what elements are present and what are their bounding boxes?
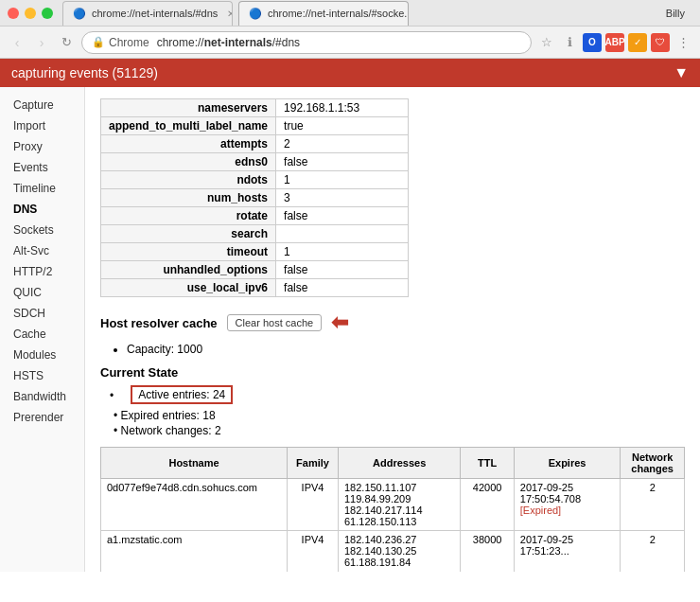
- setting-value: 192.168.1.1:53: [276, 99, 409, 117]
- address-url: chrome://net-internals/#dns: [157, 36, 300, 49]
- cell-expires: 2017-09-2517:51:23...: [514, 531, 621, 573]
- host-resolver-title: Host resolver cache: [100, 316, 218, 330]
- sidebar-item-hsts[interactable]: HSTS: [0, 365, 84, 386]
- tab-sockets[interactable]: 🔵 chrome://net-internals/#socke... ✕: [238, 1, 409, 26]
- clear-host-cache-button[interactable]: Clear host cache: [227, 314, 323, 331]
- cell-family: IPV4: [288, 479, 339, 531]
- close-button[interactable]: [8, 8, 19, 19]
- setting-value: 1: [276, 171, 409, 189]
- extension-icon2[interactable]: ABP: [605, 33, 624, 52]
- maximize-button[interactable]: [42, 8, 53, 19]
- col-addresses: Addresses: [338, 448, 461, 479]
- info-icon[interactable]: ℹ: [560, 33, 579, 52]
- sidebar-item-capture[interactable]: Capture: [0, 95, 84, 115]
- current-state-title: Current State: [100, 365, 685, 380]
- cell-hostname: 0d077ef9e74d8.cdn.sohucs.com: [101, 479, 288, 531]
- address-site-label: Chrome: [109, 36, 149, 49]
- back-button[interactable]: ‹: [8, 33, 26, 52]
- extension-icon4[interactable]: 🛡: [651, 33, 670, 52]
- col-family: Family: [288, 448, 339, 479]
- extension-icon3[interactable]: ✓: [628, 33, 647, 52]
- menu-icon[interactable]: ⋮: [674, 33, 692, 52]
- sidebar-item-modules[interactable]: Modules: [0, 345, 84, 365]
- sidebar-item-bandwidth[interactable]: Bandwidth: [0, 386, 84, 407]
- banner-arrow[interactable]: ▼: [674, 64, 689, 81]
- setting-key: attempts: [101, 135, 276, 153]
- setting-key: unhandled_options: [101, 261, 276, 279]
- setting-value: [276, 225, 409, 243]
- setting-value: false: [276, 279, 409, 297]
- address-field[interactable]: 🔒 Chrome chrome://net-internals/#dns: [81, 31, 532, 54]
- cell-addresses: 182.150.11.107119.84.99.209182.140.217.1…: [338, 479, 461, 531]
- cell-ttl: 42000: [461, 479, 514, 531]
- refresh-button[interactable]: ↻: [57, 33, 76, 52]
- table-row: num_hosts3: [101, 189, 409, 207]
- state-items: • Active entries: 24 • Expired entries: …: [100, 385, 685, 437]
- table-row: 0d077ef9e74d8.cdn.sohucs.com IPV4 182.15…: [101, 479, 685, 531]
- table-row: use_local_ipv6false: [101, 279, 409, 297]
- sidebar-item-prerender[interactable]: Prerender: [0, 407, 84, 428]
- sidebar-item-http2[interactable]: HTTP/2: [0, 261, 84, 282]
- setting-key: ndots: [101, 171, 276, 189]
- cell-network-changes: 2: [621, 531, 685, 573]
- setting-value: 2: [276, 135, 409, 153]
- tab-sockets-label: chrome://net-internals/#socke...: [268, 8, 409, 19]
- minimize-button[interactable]: [25, 8, 36, 19]
- sidebar-item-import[interactable]: Import: [0, 115, 84, 136]
- sidebar-item-timeline[interactable]: Timeline: [0, 178, 84, 199]
- setting-key: use_local_ipv6: [101, 279, 276, 297]
- sidebar-item-dns[interactable]: DNS: [0, 199, 84, 220]
- col-expires: Expires: [514, 448, 621, 479]
- capacity-label: Capacity: 1000: [127, 343, 202, 356]
- cell-addresses: 182.140.236.27182.140.130.2561.188.191.8…: [338, 531, 461, 573]
- dns-settings-table: nameservers192.168.1.1:53append_to_multi…: [100, 98, 409, 297]
- setting-value: false: [276, 261, 409, 279]
- table-row: nameservers192.168.1.1:53: [101, 99, 409, 117]
- setting-value: 1: [276, 243, 409, 261]
- table-row: edns0false: [101, 153, 409, 171]
- setting-key: timeout: [101, 243, 276, 261]
- expired-label: [Expired]: [520, 505, 561, 516]
- layout: Capture Import Proxy Events Timeline DNS…: [0, 87, 700, 572]
- setting-value: false: [276, 153, 409, 171]
- bookmark-icon[interactable]: ☆: [537, 33, 556, 52]
- table-row: attempts2: [101, 135, 409, 153]
- setting-key: search: [101, 225, 276, 243]
- col-ttl: TTL: [461, 448, 514, 479]
- extension-icon1[interactable]: O: [583, 33, 602, 52]
- tab-dns-label: chrome://net-internals/#dns: [92, 8, 218, 19]
- sidebar-item-proxy[interactable]: Proxy: [0, 136, 84, 157]
- cell-hostname: a1.mzstatic.com: [101, 531, 288, 573]
- dns-cache-table: Hostname Family Addresses TTL Expires Ne…: [100, 447, 685, 572]
- cell-family: IPV4: [288, 531, 339, 573]
- expired-entries-item: • Expired entries: 18: [114, 409, 685, 422]
- forward-button[interactable]: ›: [32, 33, 51, 52]
- table-row: search: [101, 225, 409, 243]
- banner-text: capturing events (51129): [11, 65, 158, 80]
- sidebar: Capture Import Proxy Events Timeline DNS…: [0, 87, 85, 572]
- tab-dns[interactable]: 🔵 chrome://net-internals/#dns ✕: [62, 1, 233, 26]
- sidebar-item-events[interactable]: Events: [0, 157, 84, 178]
- tab-dns-close[interactable]: ✕: [227, 9, 233, 19]
- setting-key: rotate: [101, 207, 276, 225]
- user-name: Billy: [666, 8, 685, 19]
- secure-icon: 🔒: [92, 36, 105, 48]
- setting-value: 3: [276, 189, 409, 207]
- sidebar-item-sockets[interactable]: Sockets: [0, 220, 84, 240]
- sidebar-item-quic[interactable]: QUIC: [0, 282, 84, 303]
- setting-key: append_to_multi_label_name: [101, 117, 276, 135]
- cell-ttl: 38000: [461, 531, 514, 573]
- active-entries-badge: Active entries: 24: [131, 385, 233, 404]
- address-actions: ☆ ℹ O ABP ✓ 🛡 ⋮: [537, 33, 692, 52]
- table-row: append_to_multi_label_nametrue: [101, 117, 409, 135]
- setting-key: nameservers: [101, 99, 276, 117]
- setting-key: edns0: [101, 153, 276, 171]
- sidebar-item-alt-svc[interactable]: Alt-Svc: [0, 240, 84, 261]
- table-row: ndots1: [101, 171, 409, 189]
- setting-value: true: [276, 117, 409, 135]
- sidebar-item-cache[interactable]: Cache: [0, 324, 84, 345]
- arrow-indicator: ⬅: [331, 310, 348, 335]
- sidebar-item-sdch[interactable]: SDCH: [0, 303, 84, 324]
- table-row: unhandled_optionsfalse: [101, 261, 409, 279]
- cell-expires: 2017-09-2517:50:54.708[Expired]: [514, 479, 621, 531]
